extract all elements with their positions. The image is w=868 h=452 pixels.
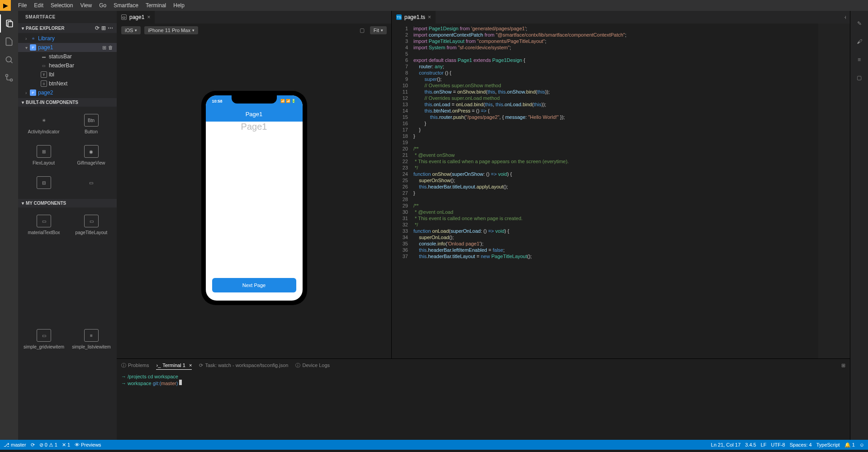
sidebar: SMARTFACE ▾ PAGE EXPLORER ⟳ ⊞ ⋯ ›⚛Librar… [18, 11, 117, 440]
activity-files[interactable] [0, 33, 18, 51]
next-page-button[interactable]: Next Page [212, 278, 296, 292]
svg-point-2 [6, 56, 11, 62]
status-feedback[interactable]: ☺ [859, 442, 864, 447]
component-gridviewitem[interactable]: ▭simple_gridviewitem [22, 325, 66, 436]
close-icon[interactable]: × [189, 363, 192, 368]
menu-file[interactable]: File [14, 0, 30, 10]
ts-icon: TS [396, 14, 402, 20]
status-encoding[interactable]: UTF-8 [771, 442, 785, 447]
close-icon[interactable]: × [428, 14, 431, 20]
phone-frame: 10:58 📶 📶 🔋 Page1 Page1 Next Page [201, 91, 307, 305]
phone-content[interactable]: Page1 Next Page [206, 122, 303, 301]
component-flexlayout[interactable]: ⊞FlexLayout [22, 141, 66, 169]
statusbar: ⎇ master ⟳ ⊘ 0 ⚠ 1 ✕ 1 👁 Previews Ln 21,… [0, 440, 868, 450]
phone-headerbar[interactable]: Page1 [206, 107, 303, 122]
add-icon[interactable]: ⊞ [101, 25, 106, 31]
chevron-down-icon: ▾ [22, 100, 24, 105]
status-errors[interactable]: ⊘ 0 ⚠ 1 [39, 442, 57, 448]
activity-git[interactable] [0, 69, 18, 87]
code-editor[interactable]: 1234567891011121314151617181920212223242… [392, 24, 850, 358]
rotate-icon[interactable]: ▢ [358, 26, 366, 34]
status-sync[interactable]: ⟳ [31, 442, 35, 448]
chevron-down-icon: ▾ [22, 201, 24, 206]
component-listviewitem[interactable]: ≡simple_listviewitem [70, 325, 113, 436]
delete-icon[interactable]: 🗑 [108, 45, 113, 51]
builtin-header[interactable]: ▾ BUILT-IN COMPONENTS [18, 98, 117, 107]
minimap[interactable] [818, 24, 850, 358]
os-select[interactable]: iOS [121, 26, 141, 34]
phone-label[interactable]: Page1 [241, 122, 267, 132]
edit-icon[interactable]: ✎ [850, 14, 868, 33]
tab-problems[interactable]: ⓘProblems [121, 361, 149, 370]
menu-view[interactable]: View [76, 0, 95, 10]
status-other[interactable]: ✕ 1 [62, 442, 70, 448]
statusbar-icons: 📶 📶 🔋 [280, 99, 296, 103]
panel-layout-icon[interactable]: ⊞ [841, 363, 845, 368]
titlebar: ▶ File Edit Selection View Go Smartface … [0, 0, 868, 11]
split-icon[interactable]: ⫞ [844, 14, 846, 20]
component-pagetitlelayout[interactable]: ▭pageTitleLayout [70, 211, 113, 322]
page-icon: ▭ [121, 14, 127, 20]
close-icon[interactable]: × [147, 14, 150, 20]
tree-headerbar[interactable]: ▭headerBar [18, 61, 117, 70]
activity-explorer[interactable] [0, 14, 18, 33]
component-materialtextbox[interactable]: ▭materialTextBox [22, 211, 66, 322]
device-select[interactable]: iPhone 11 Pro Max [144, 26, 198, 34]
statusbar-time: 10:58 [212, 99, 223, 104]
add-child-icon[interactable]: ⊞ [102, 45, 106, 51]
status-lang[interactable]: TypeScript [816, 442, 840, 447]
status-eol[interactable]: LF [761, 442, 767, 447]
mycomponents-grid: ▭materialTextBox ▭pageTitleLayout ▭simpl… [18, 207, 117, 440]
menu-smartface[interactable]: Smartface [110, 0, 142, 10]
brush-icon[interactable]: 🖌 [850, 33, 868, 51]
designer-tabs: ▭ page1 × [117, 11, 391, 24]
menu-terminal[interactable]: Terminal [142, 0, 170, 10]
line-gutter: 1234567891011121314151617181920212223242… [392, 24, 413, 358]
component-activityindicator[interactable]: ✳ActivityIndicator [22, 110, 66, 138]
status-version[interactable]: 3.4.5 [745, 442, 756, 447]
tree-btnnext[interactable]: BbtnNext [18, 79, 117, 88]
status-branch[interactable]: ⎇ master [4, 442, 26, 448]
designer-toolbar: iOS iPhone 11 Pro Max ▢ Fit [117, 24, 391, 37]
refresh-icon[interactable]: ⟳ [95, 25, 100, 31]
page-explorer-header[interactable]: ▾ PAGE EXPLORER ⟳ ⊞ ⋯ [18, 23, 117, 33]
tab-task[interactable]: ⟳Task: watch - workspace/tsconfig.json [199, 361, 288, 370]
tab-page1-design[interactable]: ▭ page1 × [117, 11, 155, 24]
menu-help[interactable]: Help [170, 0, 188, 10]
status-previews[interactable]: 👁 Previews [75, 442, 101, 447]
tab-logs[interactable]: ⓘDevice Logs [295, 361, 330, 370]
component-more[interactable]: ⊟ [22, 173, 66, 195]
status-spaces[interactable]: Spaces: 4 [790, 442, 812, 447]
page-tree: ›⚛Library ▾Ppage1 ⊞🗑 ▬statusBar ▭headerB… [18, 33, 117, 98]
terminal[interactable]: → /projects cd workspace → workspace git… [117, 372, 850, 388]
menu-go[interactable]: Go [95, 0, 110, 10]
device-preview: 10:58 📶 📶 🔋 Page1 Page1 Next Page [117, 37, 391, 358]
list-icon[interactable]: ≡ [850, 51, 868, 69]
code-content[interactable]: import Page1Design from 'generated/pages… [413, 24, 850, 358]
component-button[interactable]: BtnButton [69, 110, 113, 138]
activity-search[interactable] [0, 51, 18, 69]
chevron-down-icon: ▾ [22, 26, 24, 31]
component-more2[interactable]: ▭ [69, 173, 113, 195]
tab-terminal[interactable]: ›_Terminal 1× [156, 361, 192, 370]
tab-label: page1.ts [404, 14, 425, 20]
tree-library[interactable]: ›⚛Library [18, 34, 117, 43]
status-bell[interactable]: 🔔 1 [844, 442, 855, 448]
tree-statusbar[interactable]: ▬statusBar [18, 52, 117, 61]
tree-page2[interactable]: ›Ppage2 [18, 88, 117, 97]
tree-page1[interactable]: ▾Ppage1 ⊞🗑 [18, 43, 117, 52]
tab-page1-ts[interactable]: TS page1.ts × [392, 11, 436, 24]
status-cursor[interactable]: Ln 21, Col 17 [711, 442, 740, 447]
box-icon[interactable]: ▢ [850, 69, 868, 87]
builtin-grid: ✳ActivityIndicator BtnButton ⊞FlexLayout… [18, 107, 117, 199]
more-icon[interactable]: ⋯ [108, 25, 113, 31]
builtin-label: BUILT-IN COMPONENTS [26, 100, 78, 105]
menu-edit[interactable]: Edit [30, 0, 47, 10]
mycomponents-header[interactable]: ▾ MY COMPONENTS [18, 199, 117, 207]
app-logo: ▶ [0, 0, 11, 11]
menu-selection[interactable]: Selection [47, 0, 76, 10]
code-pane: TS page1.ts × ⫞ 123456789101112131415161… [392, 11, 850, 358]
zoom-select[interactable]: Fit [370, 26, 387, 34]
tree-lbl[interactable]: Tlbl [18, 70, 117, 79]
component-gifimageview[interactable]: ◉GifImageView [69, 141, 113, 169]
